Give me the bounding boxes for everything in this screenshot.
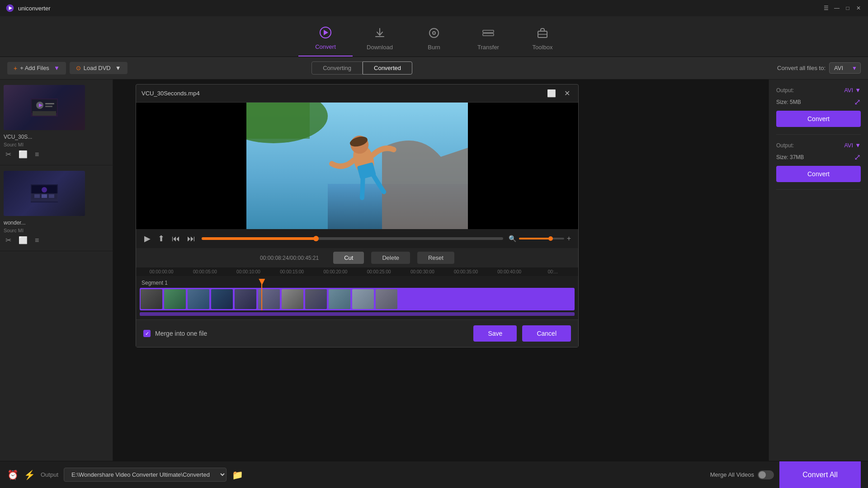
cut-button[interactable]: Cut — [333, 252, 364, 264]
export-button[interactable]: ⬆ — [157, 233, 165, 244]
merge-toggle[interactable] — [758, 470, 774, 479]
settings-tool-1[interactable]: ≡ — [33, 149, 41, 160]
convert-nav-icon — [319, 26, 332, 42]
right-panel: Output: AVI ▼ Size: 5MB ⤢ Convert Output… — [769, 80, 868, 461]
video-controls: ▶ ⬆ ⏮ ⏭ 🔍 + — [136, 229, 578, 248]
output-path-select[interactable]: E:\Wondershare Video Converter Ultimate\… — [64, 468, 226, 482]
toolbox-nav-label: Toolbox — [533, 44, 553, 51]
format-select-wrapper: AVI MP4 MOV MKV ▼ — [829, 62, 861, 74]
svg-rect-20 — [34, 194, 40, 198]
dvd-icon: ⊙ — [76, 65, 81, 71]
segment-label: Segment 1 — [140, 280, 575, 286]
playhead[interactable] — [261, 279, 262, 310]
open-folder-button[interactable]: 📁 — [232, 469, 243, 480]
format-dropdown-2[interactable]: AVI ▼ — [844, 142, 861, 149]
statusbar: ⏰ ⚡ Output E:\Wondershare Video Converte… — [0, 461, 868, 488]
track-thumb-7 — [305, 289, 327, 309]
file-meta-1: Sourc MI — [4, 142, 109, 147]
crop-tool-1[interactable]: ⬜ — [17, 149, 29, 160]
load-dvd-button[interactable]: ⊙ Load DVD ▼ — [70, 62, 127, 74]
load-dvd-label: Load DVD — [84, 65, 111, 71]
timeline-track[interactable] — [140, 288, 575, 310]
format-select[interactable]: AVI MP4 MOV MKV — [829, 62, 861, 74]
burn-nav-label: Burn — [428, 44, 440, 51]
edit-dialog: VCU_30Seconds.mp4 ⬜ ✕ — [113, 80, 769, 461]
zoom-bar[interactable] — [519, 238, 564, 239]
svg-rect-22 — [49, 194, 54, 198]
ruler-mark-9: 00:... — [531, 269, 575, 274]
app-logo-icon — [5, 4, 14, 13]
add-files-button[interactable]: + + Add Files ▼ — [7, 62, 66, 75]
cancel-button[interactable]: Cancel — [522, 325, 571, 342]
track-thumb-6 — [282, 289, 303, 309]
size-label-2: Size: 37MB — [776, 154, 804, 160]
ruler-mark-0: 00:00:00:00 — [140, 269, 183, 274]
titlebar-controls: ☰ — □ ✕ — [822, 4, 863, 12]
file-convert-block-2: Output: AVI ▼ Size: 37MB ⤢ Convert — [776, 142, 861, 190]
reset-button[interactable]: Reset — [417, 252, 454, 264]
hamburger-icon[interactable]: ☰ — [822, 4, 830, 12]
timeline-ruler: 00:00:00:00 00:00:05:00 00:00:10:00 00:0… — [136, 267, 578, 276]
ruler-mark-7: 00:00:35:00 — [444, 269, 487, 274]
plus-icon: + — [14, 65, 17, 72]
file-convert-block-1: Output: AVI ▼ Size: 5MB ⤢ Convert — [776, 87, 861, 135]
nav-item-convert[interactable]: Convert — [298, 20, 353, 56]
nav-item-burn[interactable]: Burn — [407, 20, 461, 56]
tab-converting[interactable]: Converting — [311, 61, 363, 75]
maximize-edit-button[interactable]: ⬜ — [544, 88, 559, 99]
convert-button-1[interactable]: Convert — [776, 111, 861, 127]
cut-tool-1[interactable]: ✂ — [4, 149, 13, 160]
timeline-bar-bottom — [140, 312, 575, 316]
svg-rect-15 — [45, 106, 52, 107]
maximize-button[interactable]: □ — [844, 4, 852, 12]
content-panel: VCU_30Seconds.mp4 ⬜ ✕ — [113, 80, 769, 461]
nav-item-toolbox[interactable]: Toolbox — [515, 20, 570, 56]
toolbox-nav-icon — [536, 27, 549, 42]
load-dvd-dropdown-icon[interactable]: ▼ — [115, 65, 121, 71]
format-dropdown-1[interactable]: AVI ▼ — [844, 87, 861, 94]
merge-checkbox[interactable]: ✓ — [143, 330, 151, 337]
close-button[interactable]: ✕ — [854, 4, 863, 12]
audio-adjust-icon-1[interactable]: ⤢ — [854, 97, 861, 107]
transfer-nav-label: Transfer — [477, 44, 499, 51]
file-item-1[interactable]: VCU_30S... Sourc MI ✂ ⬜ ≡ — [0, 80, 113, 165]
next-frame-button[interactable]: ⏭ — [186, 233, 196, 244]
play-button[interactable]: ▶ — [143, 233, 151, 244]
audio-adjust-icon-2[interactable]: ⤢ — [854, 152, 861, 162]
nav-item-download[interactable]: Download — [353, 20, 407, 56]
prev-frame-button[interactable]: ⏮ — [171, 233, 181, 244]
close-edit-button[interactable]: ✕ — [561, 88, 573, 99]
size-label-1: Size: 5MB — [776, 99, 801, 105]
svg-rect-11 — [32, 99, 57, 113]
timeline-bar[interactable] — [202, 237, 503, 240]
ruler-mark-1: 00:00:05:00 — [183, 269, 226, 274]
alarm-icon[interactable]: ⏰ — [7, 469, 19, 480]
zoom-out-icon[interactable]: 🔍 — [509, 235, 516, 242]
zoom-in-icon[interactable]: + — [567, 235, 571, 243]
lightning-icon[interactable]: ⚡ — [24, 469, 35, 480]
format-row-2: Output: AVI ▼ — [776, 142, 861, 149]
convert-button-2[interactable]: Convert — [776, 166, 861, 182]
cut-tool-2[interactable]: ✂ — [4, 235, 13, 245]
edit-actions: 00:00:08:24/00:00:45:21 Cut Delete Reset — [136, 248, 578, 267]
settings-tool-2[interactable]: ≡ — [33, 235, 41, 245]
file-tools-1: ✂ ⬜ ≡ — [4, 149, 109, 160]
add-files-dropdown-icon[interactable]: ▼ — [54, 65, 60, 71]
convert-all-group: Convert all files to: AVI MP4 MOV MKV ▼ — [777, 62, 861, 74]
delete-button[interactable]: Delete — [371, 252, 410, 264]
save-button[interactable]: Save — [473, 325, 517, 342]
convert-all-button[interactable]: Convert All — [779, 461, 861, 488]
minimize-button[interactable]: — — [833, 4, 841, 12]
track-thumb-9 — [352, 289, 374, 309]
ruler-mark-6: 00:00:30:00 — [401, 269, 444, 274]
crop-tool-2[interactable]: ⬜ — [17, 235, 29, 245]
svg-rect-14 — [45, 103, 54, 104]
svg-rect-7 — [483, 33, 494, 36]
toolbar: + + Add Files ▼ ⊙ Load DVD ▼ Converting … — [0, 57, 868, 80]
file-item-2[interactable]: wonder... Sourc MI ✂ ⬜ ≡ — [0, 165, 113, 251]
nav-item-transfer[interactable]: Transfer — [461, 20, 515, 56]
ruler-mark-8: 00:00:40:00 — [488, 269, 531, 274]
ruler-mark-4: 00:00:20:00 — [314, 269, 357, 274]
tab-converted[interactable]: Converted — [363, 61, 412, 75]
file-tools-2: ✂ ⬜ ≡ — [4, 235, 109, 245]
